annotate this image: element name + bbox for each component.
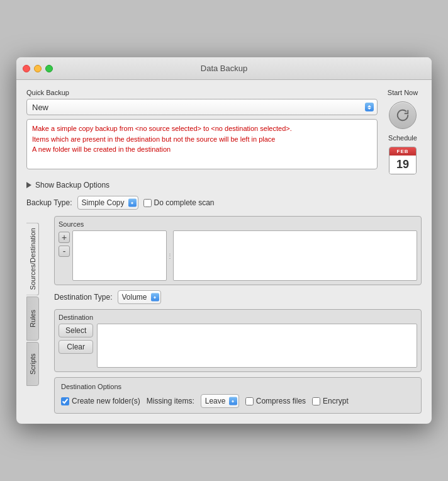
schedule-button[interactable]: FEB 19 bbox=[389, 147, 417, 174]
quick-backup-select[interactable]: New bbox=[26, 99, 378, 115]
encrypt-checkbox[interactable] bbox=[312, 397, 320, 405]
encrypt-text: Encrypt bbox=[323, 397, 349, 405]
do-complete-scan-checkbox[interactable] bbox=[143, 199, 152, 207]
sources-section-label: Sources bbox=[59, 220, 417, 228]
remove-source-button[interactable]: - bbox=[59, 246, 70, 257]
main-panel: Sources/Destination Rules Scripts Source… bbox=[26, 216, 422, 414]
create-folder-text: Create new folder(s) bbox=[72, 397, 140, 405]
clear-destination-button[interactable]: Clear bbox=[59, 340, 93, 354]
do-complete-scan-text: Do complete scan bbox=[154, 198, 215, 207]
missing-items-select-wrapper: Leave bbox=[201, 394, 239, 408]
sources-divider: ⋮ bbox=[167, 230, 173, 281]
destination-row: Select Clear bbox=[59, 324, 417, 368]
quick-backup-label: Quick Backup bbox=[26, 89, 378, 96]
backup-type-row: Backup Type: Simple Copy Do complete sca… bbox=[26, 196, 422, 210]
encrypt-label[interactable]: Encrypt bbox=[312, 397, 349, 405]
compress-files-text: Compress files bbox=[256, 397, 306, 405]
side-tabs-container: Sources/Destination Rules Scripts bbox=[26, 216, 39, 414]
compress-files-checkbox[interactable] bbox=[245, 397, 254, 405]
missing-items-label: Missing items: bbox=[147, 397, 194, 405]
panel-content: Sources + - ⋮ bbox=[54, 216, 422, 414]
backup-options-toggle-label: Show Backup Options bbox=[35, 181, 109, 190]
create-folder-label[interactable]: Create new folder(s) bbox=[61, 397, 140, 405]
create-folder-checkbox[interactable] bbox=[61, 397, 69, 405]
add-source-button[interactable]: + bbox=[59, 232, 70, 243]
backup-type-label: Backup Type: bbox=[26, 198, 72, 207]
destination-type-row: Destination Type: Volume bbox=[54, 290, 422, 304]
top-row: Quick Backup New Make a simple copy back… bbox=[26, 89, 422, 174]
backup-type-select[interactable]: Simple Copy bbox=[77, 196, 138, 210]
destination-buttons: Select Clear bbox=[59, 324, 93, 368]
destination-options-row: Create new folder(s) Missing items: Leav… bbox=[61, 394, 415, 408]
start-now-label: Start Now bbox=[388, 89, 418, 96]
destination-type-select-wrapper: Volume bbox=[118, 290, 161, 304]
show-backup-options-row[interactable]: Show Backup Options bbox=[26, 181, 422, 190]
quick-backup-section: Quick Backup New Make a simple copy back… bbox=[26, 89, 378, 169]
backup-type-select-wrapper: Simple Copy bbox=[77, 196, 138, 210]
sources-list-right[interactable] bbox=[173, 230, 417, 281]
close-button[interactable] bbox=[23, 65, 30, 72]
calendar-month: FEB bbox=[389, 147, 416, 156]
destination-options-panel: Destination Options Create new folder(s)… bbox=[54, 377, 422, 414]
missing-items-select[interactable]: Leave bbox=[201, 394, 239, 408]
triangle-icon bbox=[26, 182, 31, 188]
quick-backup-select-wrapper: New bbox=[26, 99, 378, 115]
right-controls: Start Now Schedule FEB 19 bbox=[384, 89, 422, 174]
sources-list-left[interactable] bbox=[72, 230, 167, 281]
description-box: Make a simple copy backup from <no sourc… bbox=[26, 119, 378, 169]
calendar-day: 19 bbox=[389, 156, 416, 174]
app-window: Data Backup Quick Backup New Make a simp… bbox=[16, 57, 432, 424]
window-title: Data Backup bbox=[201, 64, 247, 73]
select-destination-button[interactable]: Select bbox=[59, 324, 93, 337]
destination-section-label: Destination bbox=[59, 314, 417, 321]
compress-files-label[interactable]: Compress files bbox=[245, 397, 306, 405]
tab-rules[interactable]: Rules bbox=[26, 297, 39, 341]
start-now-button[interactable] bbox=[389, 101, 417, 129]
main-content: Quick Backup New Make a simple copy back… bbox=[16, 80, 432, 424]
sources-buttons: + - bbox=[59, 230, 70, 281]
refresh-icon bbox=[396, 108, 410, 122]
sources-row: + - ⋮ bbox=[59, 230, 417, 281]
schedule-label: Schedule bbox=[388, 134, 417, 142]
traffic-lights bbox=[23, 65, 53, 72]
sources-panel: Sources + - ⋮ bbox=[54, 216, 422, 285]
tab-scripts[interactable]: Scripts bbox=[26, 342, 39, 386]
titlebar: Data Backup bbox=[16, 57, 432, 80]
minimize-button[interactable] bbox=[34, 65, 42, 72]
destination-panel: Destination Select Clear bbox=[54, 309, 422, 372]
destination-options-label: Destination Options bbox=[61, 383, 415, 390]
destination-type-select[interactable]: Volume bbox=[118, 290, 161, 304]
destination-type-label: Destination Type: bbox=[54, 293, 113, 302]
tab-sources-destination[interactable]: Sources/Destination bbox=[26, 222, 39, 295]
destination-area[interactable] bbox=[97, 324, 417, 368]
maximize-button[interactable] bbox=[45, 65, 53, 72]
do-complete-scan-label[interactable]: Do complete scan bbox=[143, 198, 215, 207]
